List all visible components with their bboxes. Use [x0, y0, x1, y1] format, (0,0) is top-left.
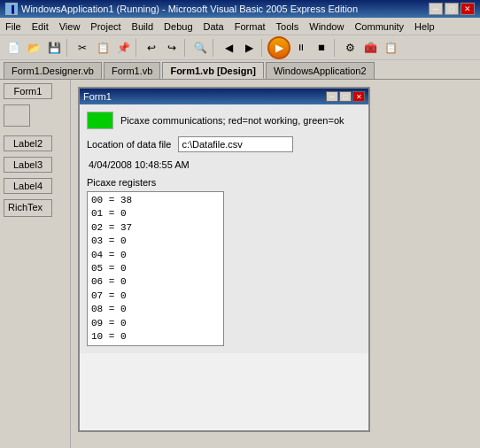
undo-button[interactable]: ↩: [142, 38, 161, 58]
register-line: 11 = 0: [91, 344, 220, 346]
menu-item-help[interactable]: Help: [409, 19, 440, 34]
register-line: 07 = 0: [91, 290, 220, 303]
separator-2: [135, 39, 139, 57]
app-icon: ▐: [5, 3, 18, 15]
redo-button[interactable]: ↪: [162, 38, 182, 58]
location-label: Location of data file: [87, 139, 171, 150]
stop-button[interactable]: ⏹: [312, 38, 331, 58]
register-line: 08 = 0: [91, 303, 220, 316]
registers-box[interactable]: 00 = 3801 = 002 = 3703 = 004 = 005 = 006…: [87, 191, 224, 346]
form1-window[interactable]: Form1 ─ □ ✕ Picaxe communications; red=n…: [78, 87, 370, 432]
menu-item-community[interactable]: Community: [349, 19, 409, 34]
register-line: 05 = 0: [91, 262, 220, 275]
menu-item-debug[interactable]: Debug: [159, 19, 197, 34]
sidebar-item-label4[interactable]: Label4: [4, 178, 52, 194]
sidebar-item-richtext[interactable]: RichTex: [4, 199, 52, 217]
find-button[interactable]: 🔍: [190, 38, 210, 58]
separator-5: [261, 39, 265, 57]
menu-item-file[interactable]: File: [0, 19, 27, 34]
register-line: 01 = 0: [91, 207, 220, 220]
tab-bar: Form1.Designer.vbForm1.vbForm1.vb [Desig…: [0, 60, 480, 80]
register-line: 09 = 0: [91, 317, 220, 330]
title-bar: ▐ WindowsApplication1 (Running) - Micros…: [0, 0, 480, 18]
form-minimize-btn[interactable]: ─: [326, 91, 338, 102]
open-button[interactable]: 📂: [24, 38, 43, 58]
register-line: 10 = 0: [91, 330, 220, 344]
title-controls: ─ □ ✕: [429, 3, 475, 15]
cut-button[interactable]: ✂: [73, 38, 92, 58]
menu-item-view[interactable]: View: [54, 19, 86, 34]
maximize-button[interactable]: □: [445, 3, 459, 15]
registers-label: Picaxe registers: [87, 177, 361, 188]
minimize-button[interactable]: ─: [429, 3, 443, 15]
location-row: Location of data file: [87, 136, 361, 152]
form1-body: Picaxe communications; red=not working, …: [80, 104, 368, 353]
menu-item-data[interactable]: Data: [198, 19, 229, 34]
toolbox-button[interactable]: 🧰: [360, 38, 380, 58]
status-label: Picaxe communications; red=not working, …: [120, 115, 345, 126]
form-close-btn[interactable]: ✕: [352, 91, 365, 102]
register-line: 06 = 0: [91, 275, 220, 289]
menu-item-tools[interactable]: Tools: [271, 19, 305, 34]
paste-button[interactable]: 📌: [113, 38, 133, 58]
form1-title-bar: Form1 ─ □ ✕: [80, 89, 368, 104]
sidebar-icon-placeholder: [4, 104, 30, 127]
form1-title: Form1: [83, 91, 112, 102]
menu-item-edit[interactable]: Edit: [27, 19, 54, 34]
ide-area: Form1 Label2 Label3 Label4 RichTex Form1…: [0, 80, 480, 448]
properties-button[interactable]: 📋: [381, 38, 400, 58]
sidebar-item-label3[interactable]: Label3: [4, 157, 52, 173]
register-line: 00 = 38: [91, 194, 220, 207]
menu-item-project[interactable]: Project: [85, 19, 126, 34]
settings-button[interactable]: ⚙: [340, 38, 360, 58]
save-button[interactable]: 💾: [44, 38, 64, 58]
toolbar: 📄 📂 💾 ✂ 📋 📌 ↩ ↪ 🔍 ◀ ▶ ▶ ⏸ ⏹ ⚙ 🧰 📋: [0, 35, 480, 60]
designer-area: Form1 ─ □ ✕ Picaxe communications; red=n…: [71, 80, 480, 448]
tab-form1-vb[interactable]: Form1.vb: [104, 62, 160, 79]
menu-item-window[interactable]: Window: [304, 19, 349, 34]
left-panel: Form1 Label2 Label3 Label4 RichTex: [0, 80, 71, 448]
nav-back-button[interactable]: ◀: [219, 38, 238, 58]
register-line: 03 = 0: [91, 235, 220, 248]
close-button[interactable]: ✕: [461, 3, 475, 15]
register-line: 04 = 0: [91, 249, 220, 262]
tab-form1-vb--design-[interactable]: Form1.vb [Design]: [162, 62, 264, 79]
datetime-label: 4/04/2008 10:48:55 AM: [87, 159, 361, 170]
copy-button[interactable]: 📋: [93, 38, 112, 58]
location-input[interactable]: [178, 136, 293, 152]
menu-item-format[interactable]: Format: [229, 19, 271, 34]
tab-form1-designer-vb[interactable]: Form1.Designer.vb: [4, 62, 102, 79]
window-title: WindowsApplication1 (Running) - Microsof…: [21, 4, 358, 14]
separator-6: [334, 39, 337, 57]
menu-item-build[interactable]: Build: [127, 19, 159, 34]
sidebar-item-label2[interactable]: Label2: [4, 135, 52, 151]
pause-button[interactable]: ⏸: [291, 38, 311, 58]
new-button[interactable]: 📄: [4, 38, 23, 58]
status-indicator: [87, 112, 113, 129]
register-line: 02 = 37: [91, 221, 220, 235]
run-button[interactable]: ▶: [267, 36, 290, 59]
separator-1: [66, 39, 70, 57]
form-maximize-btn[interactable]: □: [339, 91, 352, 102]
nav-forward-button[interactable]: ▶: [239, 38, 259, 58]
tab-windowsapplication2[interactable]: WindowsApplication2: [266, 62, 375, 79]
status-row: Picaxe communications; red=not working, …: [87, 112, 361, 129]
sidebar-item-form1[interactable]: Form1: [4, 83, 52, 99]
separator-4: [213, 39, 216, 57]
separator-3: [184, 39, 188, 57]
menu-bar: FileEditViewProjectBuildDebugDataFormatT…: [0, 18, 480, 35]
form1-controls: ─ □ ✕: [326, 91, 365, 102]
